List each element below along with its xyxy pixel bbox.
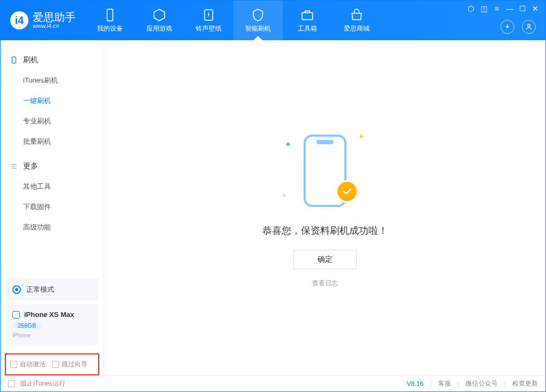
footer-link-support[interactable]: 客服: [438, 379, 451, 388]
version-label: V8.16: [407, 380, 423, 388]
section-more-title: 更多: [23, 161, 38, 171]
skip-guide-label: 跳过向导: [62, 360, 87, 369]
svg-point-3: [528, 24, 530, 27]
lock-icon[interactable]: ◫: [480, 5, 488, 12]
device-icon: [103, 8, 117, 22]
download-button[interactable]: [500, 20, 514, 34]
sidebar-options-highlighted: 自动激活 跳过向导: [5, 353, 99, 375]
app-header: i4 爱思助手 www.i4.cn 我的设备 应用游戏 铃声壁纸 智能刷机 工具…: [1, 1, 545, 40]
logo-icon: i4: [10, 11, 28, 29]
nav-other-tools[interactable]: 其他工具: [1, 176, 104, 197]
music-icon: [202, 8, 216, 22]
close-button[interactable]: ✕: [532, 5, 539, 12]
main-content: 恭喜您，保资料刷机成功啦！ 确定 查看日志: [104, 40, 545, 375]
header-action-icons: [500, 20, 536, 34]
toolbox-icon: [300, 8, 314, 22]
footer-link-update[interactable]: 检查更新: [512, 379, 538, 388]
menu-icon[interactable]: ≡: [493, 5, 500, 12]
nav-advanced[interactable]: 高级功能: [1, 217, 104, 238]
nav-pro-flash[interactable]: 专业刷机: [1, 111, 104, 131]
nav-oneclick-flash[interactable]: 一键刷机: [1, 91, 104, 111]
shirt-icon[interactable]: ⬡: [467, 5, 475, 12]
tab-ringtones[interactable]: 铃声壁纸: [184, 1, 233, 40]
tab-toolbox[interactable]: 工具箱: [283, 1, 332, 40]
svg-rect-4: [12, 57, 16, 63]
cube-icon: [152, 8, 166, 22]
auto-activate-label: 自动激活: [20, 360, 46, 369]
success-check-icon: [336, 180, 358, 203]
list-icon: [10, 162, 18, 170]
section-flash-title: 刷机: [23, 55, 38, 65]
mode-icon: [12, 285, 21, 294]
tab-flash[interactable]: 智能刷机: [233, 1, 283, 40]
header-tabs: 我的设备 应用游戏 铃声壁纸 智能刷机 工具箱 爱思商城: [85, 1, 381, 40]
mode-label: 正常模式: [26, 285, 54, 294]
block-itunes-checkbox[interactable]: [8, 380, 15, 387]
block-itunes-label: 阻止iTunes运行: [20, 379, 65, 388]
user-icon: [525, 23, 533, 31]
device-mode-card[interactable]: 正常模式: [6, 278, 98, 301]
tab-apps[interactable]: 应用游戏: [135, 1, 184, 40]
svg-rect-2: [302, 12, 313, 19]
app-subtitle: www.i4.cn: [33, 23, 76, 29]
app-logo: i4 爱思助手 www.i4.cn: [1, 11, 85, 29]
nav-batch-flash[interactable]: 批量刷机: [1, 131, 104, 152]
phone-small-icon: [12, 311, 20, 319]
device-type: iPhone: [12, 332, 92, 338]
phone-icon: [10, 56, 18, 64]
success-message: 恭喜您，保资料刷机成功啦！: [262, 224, 388, 237]
minimize-button[interactable]: —: [506, 5, 513, 12]
shield-icon: [251, 8, 265, 22]
view-log-link[interactable]: 查看日志: [312, 279, 338, 288]
ok-button[interactable]: 确定: [293, 250, 357, 269]
tab-my-device[interactable]: 我的设备: [85, 1, 135, 40]
sidebar-section-more: 更多 其他工具 下载固件 高级功能: [1, 156, 104, 238]
window-controls: ⬡ ◫ ≡ — ☐ ✕: [467, 5, 539, 12]
svg-rect-0: [107, 9, 113, 21]
tab-store[interactable]: 爱思商城: [332, 1, 381, 40]
download-icon: [504, 23, 511, 31]
device-info-card[interactable]: iPhone XS Max 256GB iPhone: [6, 304, 98, 345]
account-button[interactable]: [522, 20, 536, 34]
store-icon: [350, 8, 364, 22]
app-title: 爱思助手: [33, 12, 76, 23]
footer-link-wechat[interactable]: 微信公众号: [466, 379, 498, 388]
maximize-button[interactable]: ☐: [519, 5, 526, 12]
nav-download-firmware[interactable]: 下载固件: [1, 197, 104, 217]
footer: 阻止iTunes运行 V8.16 | 客服 | 微信公众号 | 检查更新: [1, 375, 545, 391]
auto-activate-checkbox[interactable]: [10, 361, 17, 368]
sidebar: 刷机 iTunes刷机 一键刷机 专业刷机 批量刷机 更多 其他工具 下载固件 …: [1, 40, 104, 375]
device-name: iPhone XS Max: [24, 310, 74, 319]
skip-guide-checkbox[interactable]: [52, 361, 59, 368]
nav-itunes-flash[interactable]: iTunes刷机: [1, 70, 104, 91]
sidebar-section-flash: 刷机 iTunes刷机 一键刷机 专业刷机 批量刷机: [1, 50, 104, 152]
device-storage-badge: 256GB: [12, 322, 41, 329]
success-illustration: [282, 128, 368, 213]
